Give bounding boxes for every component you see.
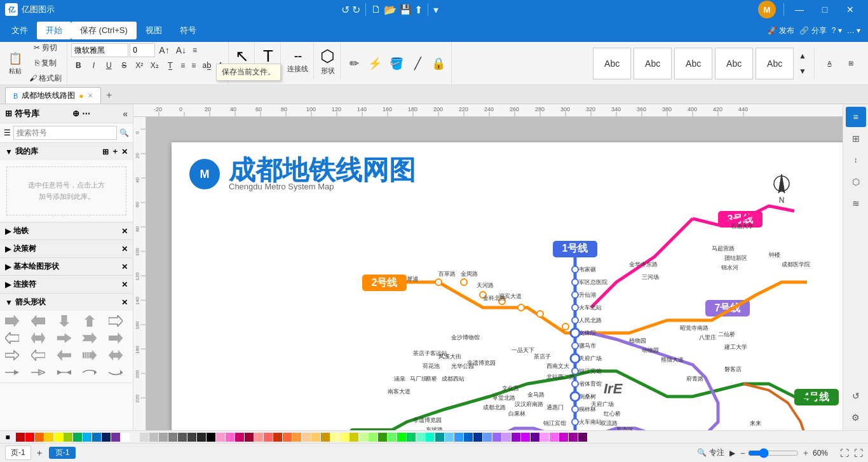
redo-btn[interactable]: ↻: [352, 4, 360, 16]
add-tab-btn[interactable]: +: [102, 88, 116, 102]
search-filter-icon[interactable]: ☰: [4, 128, 11, 137]
color-swatch[interactable]: [207, 433, 215, 442]
format-btn[interactable]: A̲: [820, 48, 839, 79]
color-indicator[interactable]: ■: [3, 432, 13, 442]
color-swatch[interactable]: [483, 433, 492, 442]
color-swatch[interactable]: [264, 433, 273, 442]
color-swatch[interactable]: [235, 433, 244, 442]
color-swatch[interactable]: [216, 433, 225, 442]
focus-btn[interactable]: 🔍 专注: [697, 447, 724, 458]
eraser-btn[interactable]: ⚡: [365, 44, 385, 83]
arrow-down[interactable]: [55, 313, 74, 329]
color-swatch[interactable]: [159, 433, 168, 442]
color-swatch[interactable]: [397, 433, 406, 442]
metro-section-header[interactable]: ▶ 地铁 ✕: [0, 222, 133, 240]
connector-header[interactable]: ▶ 连接符 ✕: [0, 276, 133, 293]
dt-del-btn[interactable]: ✕: [121, 245, 128, 254]
style-box-5[interactable]: Abc: [756, 48, 794, 79]
style-box-2[interactable]: Abc: [634, 48, 672, 79]
style-box-3[interactable]: Abc: [674, 48, 712, 79]
style-box-1[interactable]: Abc: [593, 48, 631, 79]
color-swatch[interactable]: [35, 433, 44, 442]
color-swatch[interactable]: [340, 433, 349, 442]
menu-start[interactable]: 开始: [37, 22, 71, 39]
color-swatch[interactable]: [445, 433, 454, 442]
strikethrough-btn[interactable]: S: [117, 58, 131, 72]
ab-underline-btn[interactable]: ab̲: [200, 58, 214, 72]
lock-btn[interactable]: 🔒: [428, 44, 449, 83]
color-swatch[interactable]: [512, 433, 520, 442]
color-swatch[interactable]: [245, 433, 254, 442]
color-swatch[interactable]: [83, 433, 92, 442]
style-box-4[interactable]: Abc: [715, 48, 753, 79]
right-btn-1[interactable]: ≡: [846, 107, 866, 127]
color-swatch[interactable]: [44, 433, 53, 442]
close-btn[interactable]: ✕: [837, 0, 863, 19]
color-swatch[interactable]: [578, 433, 587, 442]
cut-btn[interactable]: ✂ 剪切: [27, 41, 64, 55]
arrow-row3-5[interactable]: [106, 348, 125, 363]
arrow-row3-2[interactable]: [29, 348, 48, 363]
color-swatch[interactable]: [521, 433, 530, 442]
color-swatch[interactable]: [426, 433, 435, 442]
right-btn-3[interactable]: ↕: [846, 150, 866, 170]
striped-arrow[interactable]: [106, 330, 125, 346]
user-avatar[interactable]: M: [758, 1, 776, 18]
color-swatch[interactable]: [149, 433, 158, 442]
color-swatch[interactable]: [550, 433, 559, 442]
arrange-btn[interactable]: ⊞: [841, 48, 860, 79]
export-btn[interactable]: ⬆: [414, 4, 423, 16]
color-swatch[interactable]: [569, 433, 578, 442]
open-btn[interactable]: 📂: [384, 4, 397, 16]
color-swatch[interactable]: [92, 433, 101, 442]
font-size-input[interactable]: [130, 43, 155, 57]
right-btn-2[interactable]: ⊞: [846, 128, 866, 149]
color-swatch[interactable]: [73, 433, 82, 442]
color-swatch[interactable]: [273, 433, 282, 442]
maximize-btn[interactable]: □: [812, 0, 837, 19]
fullscreen-btn[interactable]: ⛶: [854, 448, 863, 458]
color-swatch[interactable]: [330, 433, 339, 442]
dropdown-arrow[interactable]: ▾: [433, 4, 438, 16]
color-swatch[interactable]: [559, 433, 568, 442]
color-swatch[interactable]: [292, 433, 301, 442]
help-btn[interactable]: ? ▾: [832, 26, 842, 35]
arrow-row3-4[interactable]: [80, 348, 99, 363]
color-swatch[interactable]: [435, 433, 444, 442]
arrow-left[interactable]: [29, 313, 48, 329]
share-btn[interactable]: 🔗 分享: [799, 25, 826, 36]
color-swatch[interactable]: [226, 433, 234, 442]
color-swatch[interactable]: [464, 433, 473, 442]
color-swatch[interactable]: [121, 433, 130, 442]
color-swatch[interactable]: [531, 433, 539, 442]
color-swatch[interactable]: [454, 433, 463, 442]
play-btn[interactable]: ▶: [729, 449, 735, 458]
lib-more-btn[interactable]: ＋: [111, 146, 119, 157]
copy-btn[interactable]: ⎘ 复制: [27, 57, 64, 71]
list-btn[interactable]: ≡: [178, 58, 187, 72]
color-swatch[interactable]: [168, 433, 177, 442]
style-next[interactable]: ▼: [796, 64, 809, 78]
page-nav[interactable]: 页-1: [49, 447, 76, 459]
menu-save[interactable]: 保存 (Ctrl+S) 保存当前文件。: [71, 22, 137, 39]
arrow-row4-3[interactable]: [55, 365, 74, 380]
arrow-row3-3[interactable]: [55, 348, 74, 363]
new-btn[interactable]: 🗋: [371, 4, 381, 15]
arrow-row4-2[interactable]: [29, 365, 48, 380]
settings-btn[interactable]: … ▾: [847, 26, 860, 35]
tab-metro[interactable]: B 成都地铁线路图 ● ✕: [5, 87, 101, 104]
color-swatch[interactable]: [16, 433, 25, 442]
font-name-input[interactable]: [71, 43, 128, 57]
font-size-decrease[interactable]: A↓: [173, 43, 189, 57]
color-swatch[interactable]: [359, 433, 368, 442]
sidebar-collapse-btn[interactable]: «: [123, 109, 128, 119]
shape-tool[interactable]: ⬡ 形状: [315, 42, 341, 80]
arrow-row4-4[interactable]: [80, 365, 99, 380]
arrow-outline-right[interactable]: [106, 313, 125, 329]
undo-btn[interactable]: ↺: [341, 4, 349, 16]
color-swatch[interactable]: [54, 433, 63, 442]
right-arrow-thick[interactable]: [55, 330, 74, 346]
arrow-del-btn[interactable]: ✕: [121, 298, 128, 307]
bold-btn[interactable]: B: [71, 58, 85, 72]
basic-shapes-header[interactable]: ▶ 基本绘图形状 ✕: [0, 258, 133, 275]
